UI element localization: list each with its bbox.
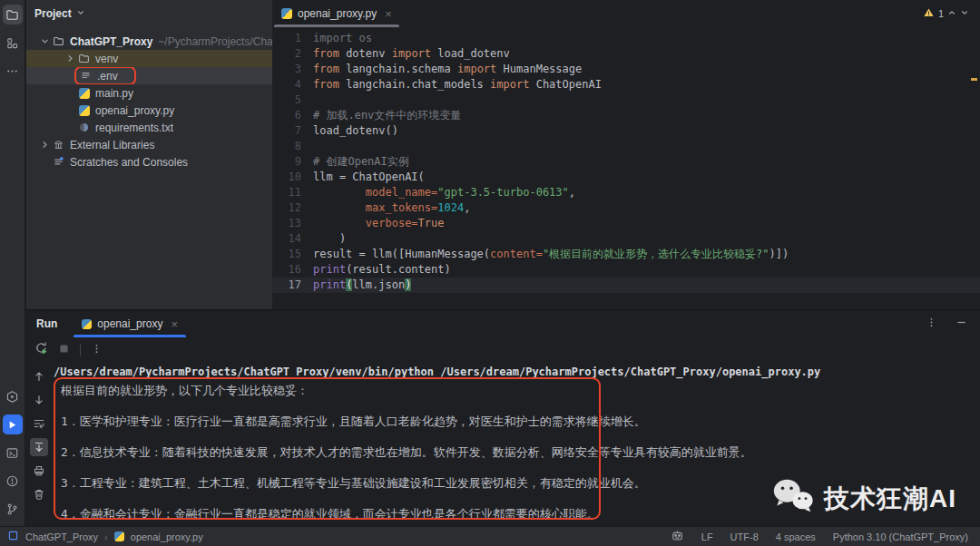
code-text: verbose=True (301, 216, 445, 231)
stop-button[interactable] (58, 342, 70, 358)
project-panel-title: Project (34, 7, 72, 20)
tree-item-main-py[interactable]: main.py (26, 84, 272, 102)
close-icon[interactable]: × (385, 7, 392, 21)
code-line-10[interactable]: 10llm = ChatOpenAI( (272, 170, 980, 185)
problems-tool-button[interactable] (3, 471, 23, 491)
wechat-icon (771, 476, 815, 521)
minimize-icon[interactable] (956, 316, 967, 332)
chevron-down-icon[interactable] (960, 8, 969, 19)
code-line-5[interactable]: 5 (272, 93, 980, 108)
tree-item-scratches-and-consoles[interactable]: Scratches and Consoles (26, 153, 272, 171)
status-item[interactable]: Python 3.10 (ChatGPT_Proxy) (833, 531, 968, 542)
more-options-icon[interactable] (91, 342, 103, 358)
structure-tool-button[interactable] (3, 33, 23, 53)
code-line-4[interactable]: 4from langchain.chat_models import ChatO… (272, 77, 980, 93)
code-area[interactable]: 1import os2from dotenv import load_doten… (272, 27, 980, 293)
watermark-text: 技术狂潮AI (824, 482, 956, 516)
stripe-bottom-group (3, 386, 23, 519)
console-output-line: 1．医学和护理专业：医疗行业一直都是高需求行业，且随着人口老龄化趋势，对医生和护… (61, 414, 980, 429)
rerun-button[interactable] (34, 341, 48, 358)
code-line-2[interactable]: 2from dotenv import load_dotenv (272, 46, 980, 62)
project-tree: ChatGPT_Proxy~/PycharmProjects/ChatGPT_P… (26, 27, 272, 171)
services-tool-button[interactable] (3, 386, 23, 406)
tree-item-label: External Libraries (70, 139, 154, 151)
run-tool-button[interactable] (3, 414, 23, 434)
code-line-9[interactable]: 9# 创建OpenAI实例 (272, 154, 980, 170)
code-text: from langchain.schema import HumanMessag… (301, 62, 582, 77)
code-text: # 加载.env文件中的环境变量 (301, 108, 461, 123)
status-item[interactable]: LF (701, 531, 713, 542)
terminal-tool-button[interactable] (3, 443, 23, 463)
scroll-to-end-button[interactable] (30, 438, 48, 456)
more-options-icon[interactable] (926, 316, 937, 332)
chevron-down-icon[interactable] (38, 36, 52, 46)
tree-item-venv[interactable]: venv (26, 50, 272, 67)
project-panel: Project ChatGPT_Proxy~/PycharmProjects/C… (26, 0, 272, 309)
tree-item--env[interactable]: .env (26, 67, 272, 84)
folder-icon (5, 8, 19, 22)
code-line-16[interactable]: 16print(result.content) (272, 262, 980, 278)
code-text: load_dotenv() (301, 123, 398, 139)
toolbar-divider (80, 344, 81, 356)
run-panel-controls (926, 310, 967, 337)
chevron-right-icon[interactable] (64, 54, 77, 63)
clear-console-button[interactable] (30, 485, 48, 503)
tree-item-chatgpt-proxy[interactable]: ChatGPT_Proxy~/PycharmProjects/ChatGPT_P (26, 33, 272, 50)
status-item[interactable]: UTF-8 (730, 531, 759, 542)
status-item[interactable]: 4 spaces (776, 531, 816, 542)
stripe-top-group (3, 5, 23, 81)
chevron-up-icon[interactable] (947, 8, 956, 19)
tree-item-requirements-txt[interactable]: requirements.txt (26, 119, 272, 136)
code-line-6[interactable]: 6# 加载.env文件中的环境变量 (272, 108, 980, 123)
code-line-15[interactable]: 15result = llm([HumanMessage(content="根据… (272, 247, 980, 262)
tree-item-label: openai_proxy.py (95, 104, 174, 117)
console-output-line (61, 398, 980, 414)
tree-item-label: main.py (95, 87, 133, 100)
code-line-17[interactable]: 17print(llm.json) (272, 278, 980, 293)
line-number: 7 (272, 123, 301, 139)
up-stack-trace-button[interactable] (30, 367, 48, 385)
code-line-1[interactable]: 1import os (272, 31, 980, 46)
run-icon (6, 419, 18, 431)
libraries-icon (52, 139, 65, 151)
soft-wrap-button[interactable] (30, 414, 48, 433)
run-panel-header: Run openai_proxy × (26, 310, 980, 337)
editor-tab-bar: openai_proxy.py × 1 (272, 0, 980, 27)
project-window-icon (7, 530, 19, 543)
code-line-3[interactable]: 3from langchain.schema import HumanMessa… (272, 62, 980, 77)
more-tool-button[interactable] (3, 61, 23, 81)
code-text: llm = ChatOpenAI( (301, 170, 425, 185)
tree-item-openai-proxy-py[interactable]: openai_proxy.py (26, 102, 272, 119)
tab-openai-proxy-py[interactable]: openai_proxy.py × (272, 0, 401, 27)
breadcrumb-file[interactable]: openai_proxy.py (131, 531, 203, 542)
run-tab-openai-proxy[interactable]: openai_proxy × (74, 310, 186, 337)
console-output-line (61, 460, 980, 475)
tree-item-external-libraries[interactable]: External Libraries (26, 136, 272, 153)
ai-assistant-icon[interactable] (671, 529, 684, 544)
code-text: result = llm([HumanMessage(content="根据目前… (301, 247, 789, 262)
text-file-icon (79, 70, 93, 82)
inspections-widget[interactable]: 1 (923, 0, 969, 27)
line-number: 11 (272, 185, 301, 200)
warning-count: 1 (938, 8, 944, 19)
code-line-11[interactable]: 11 model_name="gpt-3.5-turbo-0613", (272, 185, 980, 200)
code-line-8[interactable]: 8 (272, 139, 980, 154)
code-line-12[interactable]: 12 max_tokens=1024, (272, 200, 980, 216)
chevron-right-icon[interactable] (38, 140, 52, 150)
code-line-14[interactable]: 14 ) (272, 231, 980, 247)
line-number: 1 (272, 31, 301, 46)
tree-item-label: .env (97, 70, 118, 83)
code-line-7[interactable]: 7load_dotenv() (272, 123, 980, 139)
breadcrumb-project[interactable]: ChatGPT_Proxy (25, 531, 98, 542)
status-bar: ChatGPT_Proxy › openai_proxy.py LFUTF-84… (0, 526, 980, 546)
down-stack-trace-button[interactable] (30, 391, 48, 409)
project-panel-header[interactable]: Project (26, 0, 272, 27)
code-line-13[interactable]: 13 verbose=True (272, 216, 980, 231)
close-icon[interactable]: × (171, 317, 178, 331)
git-tool-button[interactable] (3, 499, 23, 519)
tool-window-stripe (0, 0, 25, 526)
tree-item-label: requirements.txt (95, 122, 173, 134)
folder-tool-button[interactable] (3, 5, 23, 24)
print-button[interactable] (30, 462, 48, 480)
run-panel-title: Run (36, 317, 57, 330)
